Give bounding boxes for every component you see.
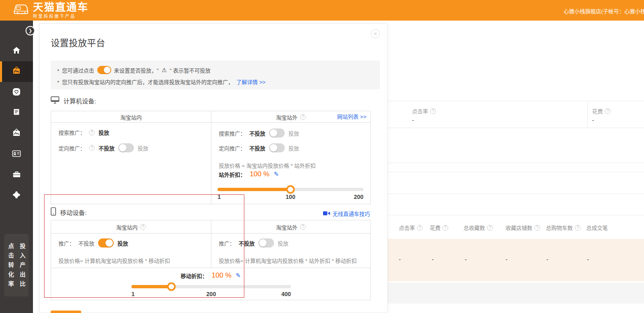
offsite-targeted-toggle[interactable] (269, 143, 285, 152)
stat-clickrate: 点击率 (412, 107, 436, 115)
edit-icon[interactable] (236, 272, 241, 279)
sidebar-item-favorites[interactable] (0, 82, 33, 103)
computer-offsite-cell: 搜索推广： 不投放 投放 定向推广： 不投放 投放 投放价格 = 淘宝站内投放价… (211, 123, 370, 204)
example-toggle-on (97, 66, 111, 74)
site-list-link[interactable]: 网站列表 >> (337, 111, 366, 123)
mobile-onsite-toggle[interactable] (98, 238, 114, 248)
help-icon[interactable] (140, 224, 146, 230)
sidebar: 点击转化率 投入产出比 (0, 21, 33, 313)
mobile-section-heading: 移动设备: (51, 207, 87, 217)
metric-click-conversion: 点击转化率 (7, 243, 15, 297)
onsite-targeted-row: 定向推广： 不投放 投放 (59, 143, 148, 152)
close-icon[interactable] (371, 29, 380, 38)
notice-line-2: 您只有投放淘宝站内的定向推广后，才能选择投放淘宝站外的定向推广， 了解详情 >> (57, 77, 373, 86)
header-taobao-onsite: 淘宝站内 (51, 111, 211, 123)
col-header-favorites: 总收藏数 (464, 224, 493, 231)
mobile-offsite-formula: 投放价格= 计算机淘宝站内投放价格 * 站外折扣 * 移动折扣 (219, 257, 357, 264)
col-header-clickrate: 点击率 (399, 224, 423, 231)
bullet-icon (57, 79, 59, 85)
bullet-icon (57, 67, 59, 73)
col-header-deals: 总成交笔 (586, 224, 608, 231)
sidebar-item-home[interactable] (0, 41, 33, 61)
mobile-offsite-promo-row: 推广： 不投放 投放 (219, 238, 288, 248)
stat-cost: 花费 (592, 107, 611, 115)
offsite-price-formula: 投放价格 = 淘宝站内投放价格 * 站外折扣 (219, 161, 316, 169)
warning-icon: ⚠ (162, 67, 167, 73)
home-icon (12, 45, 21, 57)
onsite-targeted-toggle[interactable] (118, 143, 134, 152)
page: 点击率 - 花费 - 点击率 花费 总收藏数 收藏店铺数 总购物车数 总成交笔 … (0, 0, 644, 313)
picture-frame-icon (12, 66, 21, 77)
slider-thumb[interactable] (167, 283, 176, 291)
app-logo[interactable]: 天猫直通车 阿里妈妈旗下产品 (12, 2, 89, 19)
sidebar-metrics-panel[interactable]: 点击转化率 投入产出比 (4, 234, 29, 297)
offsite-discount-slider[interactable] (218, 188, 363, 191)
notice-line-1: 您可通过点击 来设置是否投放，" ⚠ " 表示暂不可投放 (57, 65, 373, 75)
cell-value: - (465, 256, 467, 263)
cell-value: - (587, 256, 589, 263)
offsite-search-toggle[interactable] (269, 128, 285, 138)
video-camera-icon (323, 210, 330, 217)
offsite-search-row: 搜索推广： 不投放 投放 (219, 128, 299, 138)
header-taobao-offsite: 淘宝站外 网站列表 >> (211, 111, 370, 123)
slider-thumb[interactable] (286, 185, 295, 194)
help-icon[interactable] (605, 108, 611, 114)
computer-platform-table: 淘宝站内 淘宝站外 网站列表 >> 搜索推广： 投放 定向推广： (51, 111, 371, 204)
notice-box: 您可通过点击 来设置是否投放，" ⚠ " 表示暂不可投放 您只有投放淘宝站内的定… (51, 61, 380, 89)
help-icon[interactable] (300, 224, 306, 230)
receipt-icon (12, 108, 21, 119)
mobile-onsite-cell: 推广： 不投放 投放 投放价格= 计算机淘宝站内投放价格 * 移动折扣 (51, 234, 211, 268)
sidebar-item-reports[interactable] (0, 103, 33, 124)
header-taobao-onsite: 淘宝站内 (51, 220, 211, 234)
stat-clickrate-value: - (412, 117, 414, 124)
mobile-offsite-toggle[interactable] (258, 238, 274, 248)
mobile-discount-value: 100 % (212, 271, 232, 280)
help-icon[interactable] (89, 145, 95, 151)
mobile-discount-row: 移动折扣： 100 % 1 200 400 (51, 268, 370, 300)
offsite-discount: 站外折扣： 100 % (219, 170, 279, 178)
monitor-icon (51, 96, 59, 105)
mobile-onsite-promo-row: 推广： 不投放 投放 (59, 238, 128, 248)
header-taobao-offsite: 淘宝站外 (211, 220, 370, 234)
help-icon[interactable] (89, 130, 95, 135)
col-header-shop-favorites: 收藏店铺数 (506, 224, 540, 231)
sidebar-item-tools[interactable] (0, 165, 33, 185)
col-header-cost: 花费 (430, 224, 448, 231)
mobile-slider-scale: 1 200 400 (131, 291, 291, 297)
sidebar-expand-button[interactable] (26, 26, 35, 35)
col-header-carts: 总购物车数 (546, 224, 581, 231)
computer-section-heading: 计算机设备: (51, 96, 96, 105)
train-icon (12, 2, 30, 19)
metric-roi: 投入产出比 (18, 243, 26, 297)
table-row (388, 283, 644, 304)
confirm-button[interactable] (51, 311, 81, 313)
mobile-discount-slider[interactable] (131, 285, 291, 288)
sidebar-item-account[interactable] (0, 144, 33, 165)
logo-subtitle: 阿里妈妈旗下产品 (33, 13, 89, 19)
onsite-search-row: 搜索推广： 投放 (59, 128, 109, 136)
edit-icon[interactable] (274, 171, 279, 178)
offsite-discount-value: 100 % (250, 170, 269, 178)
offsite-targeted-row: 定向推广： 不投放 投放 (219, 143, 299, 152)
modal-title: 设置投放平台 (51, 35, 105, 49)
learn-more-link[interactable]: 了解详情 >> (237, 78, 266, 86)
wireless-tips-link[interactable]: 无线直通车技巧 (323, 210, 370, 217)
help-icon[interactable] (430, 108, 436, 114)
picture-frame-icon (12, 128, 21, 140)
stat-cost-value: - (592, 117, 594, 124)
heart-icon (12, 87, 21, 98)
sidebar-item-campaign-active[interactable] (0, 61, 33, 82)
table-row[interactable] (388, 239, 644, 281)
cell-value: - (399, 256, 401, 263)
help-icon[interactable] (575, 225, 581, 231)
help-icon[interactable] (300, 114, 306, 120)
sidebar-item-misc[interactable] (0, 185, 33, 206)
help-icon[interactable] (417, 225, 423, 231)
help-icon[interactable] (443, 225, 448, 231)
help-icon[interactable] (487, 225, 493, 231)
briefcase-icon (12, 170, 21, 181)
top-bar: 天猫直通车 阿里妈妈旗下产品 心雅小栈旗舰店(子帐号：心雅小栈旗 (0, 0, 644, 21)
help-icon[interactable] (534, 225, 540, 231)
sidebar-item-creative[interactable] (0, 124, 33, 144)
account-name[interactable]: 心雅小栈旗舰店(子帐号：心雅小栈旗 (564, 7, 644, 15)
